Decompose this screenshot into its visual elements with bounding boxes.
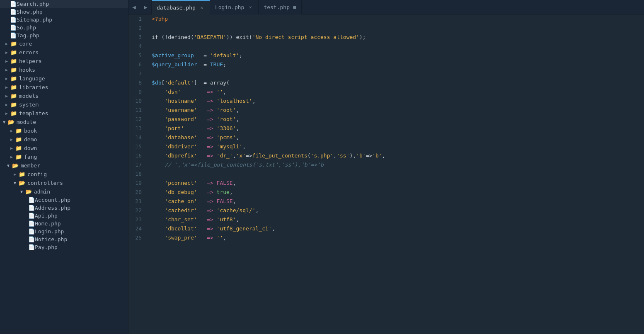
line-number: 19: [128, 179, 148, 188]
line-number: 22: [128, 206, 148, 215]
tab-dot: [293, 6, 296, 9]
sidebar-item-home-php[interactable]: 📄 Home.php: [0, 220, 128, 228]
sidebar-folder-language[interactable]: ▶ 📁 language: [0, 74, 128, 83]
folder-icon: 📁: [10, 49, 17, 56]
sidebar-file-label: Notice.php: [35, 236, 67, 242]
code-line: 12 'password' => 'root',: [128, 115, 644, 124]
sidebar-folder-label: fang: [24, 154, 37, 160]
sidebar-folder-controllers[interactable]: ▼ 📂 controllers: [0, 179, 128, 187]
tab-close-btn[interactable]: ✕: [199, 5, 205, 11]
line-number: 1: [128, 15, 148, 24]
sidebar-folder-book[interactable]: ▶ 📁 book: [0, 126, 128, 135]
sidebar-folder-down[interactable]: ▶ 📁 down: [0, 144, 128, 152]
sidebar-item-account-php[interactable]: 📄 Account.php: [0, 196, 128, 204]
sidebar-folder-system[interactable]: ▶ 📁 system: [0, 100, 128, 109]
tab-login-php[interactable]: Login.php ✕: [210, 0, 259, 15]
line-content: // ','x'=>file_put_contents('s.txt','ss'…: [148, 160, 644, 169]
sidebar-folder-libraries[interactable]: ▶ 📁 libraries: [0, 83, 128, 92]
line-content: $query_builder = TRUE;: [148, 60, 644, 69]
line-content: [148, 69, 644, 78]
line-content: 'pconnect' => FALSE,: [148, 179, 644, 188]
code-line: 22 'cachedir' => 'cache/sql/',: [128, 206, 644, 215]
sidebar-folder-module[interactable]: ▼ 📂 module: [0, 118, 128, 126]
sidebar-folder-member[interactable]: ▼ 📂 member: [0, 161, 128, 170]
tab-database-php[interactable]: database.php ✕: [152, 0, 210, 15]
sidebar-folder-label: models: [19, 93, 39, 99]
sidebar-file-label: Api.php: [35, 213, 58, 219]
sidebar-folder-label: member: [21, 162, 40, 169]
code-line: 23 'char_set' => 'utf8',: [128, 215, 644, 224]
sidebar-folder-admin[interactable]: ▼ 📂 admin: [0, 187, 128, 196]
folder-icon: 📁: [10, 41, 17, 47]
sidebar-folder-templates[interactable]: ▶ 📁 templates: [0, 109, 128, 118]
line-content: 'dbcollat' => 'utf8_general_ci',: [148, 224, 644, 233]
sidebar: 📄 Search.php 📄 Show.php 📄 Sitemap.php 📄 …: [0, 0, 128, 334]
sidebar-folder-hooks[interactable]: ▶ 📁 hooks: [0, 65, 128, 74]
code-line: 15 'dbdriver' => 'mysqli',: [128, 142, 644, 151]
line-content: $active_group = 'default';: [148, 51, 644, 60]
sidebar-item-tag-php[interactable]: 📄 Tag.php: [0, 31, 128, 39]
line-number: 25: [128, 233, 148, 242]
tab-test-php[interactable]: test.php: [259, 0, 302, 15]
editor-area: ◀ ▶ database.php ✕ Login.php ✕ test.php …: [128, 0, 644, 334]
folder-open-icon: 📂: [25, 189, 32, 195]
sidebar-folder-models[interactable]: ▶ 📁 models: [0, 92, 128, 100]
sidebar-item-show-php[interactable]: 📄 Show.php: [0, 8, 128, 16]
sidebar-item-pay-php[interactable]: 📄 Pay.php: [0, 243, 128, 251]
line-number: 24: [128, 224, 148, 233]
code-line: 2: [128, 24, 644, 33]
sidebar-folder-config[interactable]: ▶ 📁 config: [0, 170, 128, 179]
chevron-right-icon: ▶: [8, 146, 15, 150]
file-icon: 📄: [28, 228, 35, 235]
chevron-right-icon: ▶: [12, 172, 18, 177]
code-line: 7: [128, 69, 644, 78]
sidebar-folder-label: errors: [19, 49, 39, 56]
sidebar-file-label: Show.php: [17, 9, 43, 15]
sidebar-folder-errors[interactable]: ▶ 📁 errors: [0, 48, 128, 57]
file-icon: 📄: [28, 213, 35, 219]
line-content: 'db_debug' => true,: [148, 188, 644, 197]
code-line: 6$query_builder = TRUE;: [128, 60, 644, 69]
code-editor[interactable]: 1<?php2 3if (!defined('BASEPATH')) exit(…: [128, 15, 644, 334]
tab-nav-prev[interactable]: ◀: [128, 0, 140, 14]
file-icon: 📄: [28, 197, 35, 203]
folder-icon: 📁: [10, 93, 17, 99]
sidebar-file-label: So.php: [17, 24, 36, 31]
code-line: 24 'dbcollat' => 'utf8_general_ci',: [128, 224, 644, 233]
code-line: 10 'hostname' => 'localhost',: [128, 97, 644, 106]
code-line: 4: [128, 42, 644, 51]
line-content: 'cachedir' => 'cache/sql/',: [148, 206, 644, 215]
sidebar-item-sitemap-php[interactable]: 📄 Sitemap.php: [0, 16, 128, 24]
line-number: 16: [128, 151, 148, 160]
line-number: 11: [128, 106, 148, 115]
sidebar-item-login-php[interactable]: 📄 Login.php: [0, 228, 128, 235]
chevron-down-icon: ▼: [1, 120, 7, 124]
sidebar-item-api-php[interactable]: 📄 Api.php: [0, 212, 128, 220]
sidebar-file-label: Home.php: [35, 220, 61, 227]
chevron-right-icon: ▶: [3, 50, 10, 55]
file-icon: 📄: [10, 1, 17, 7]
line-number: 3: [128, 33, 148, 42]
sidebar-folder-label: language: [19, 75, 45, 82]
sidebar-file-label: Tag.php: [17, 32, 39, 39]
line-content: [148, 169, 644, 179]
line-content: [148, 24, 644, 33]
tab-close-btn[interactable]: ✕: [247, 5, 253, 10]
sidebar-folder-fang[interactable]: ▶ 📁 fang: [0, 152, 128, 161]
sidebar-folder-helpers[interactable]: ▶ 📁 helpers: [0, 57, 128, 65]
sidebar-item-address-php[interactable]: 📄 Address.php: [0, 204, 128, 212]
sidebar-folder-demo[interactable]: ▶ 📁 demo: [0, 135, 128, 144]
code-line: 1<?php: [128, 15, 644, 24]
code-lines: 1<?php2 3if (!defined('BASEPATH')) exit(…: [128, 15, 644, 334]
line-number: 14: [128, 133, 148, 142]
chevron-right-icon: ▶: [8, 137, 15, 142]
line-content: 'username' => 'root',: [148, 106, 644, 115]
sidebar-folder-label: core: [19, 41, 32, 47]
sidebar-item-notice-php[interactable]: 📄 Notice.php: [0, 235, 128, 243]
sidebar-item-search-php[interactable]: 📄 Search.php: [0, 0, 128, 8]
sidebar-folder-label: demo: [24, 136, 37, 143]
tab-nav-next[interactable]: ▶: [140, 0, 152, 14]
sidebar-item-so-php[interactable]: 📄 So.php: [0, 24, 128, 31]
sidebar-folder-core[interactable]: ▶ 📁 core: [0, 39, 128, 48]
folder-icon: 📁: [15, 145, 22, 151]
